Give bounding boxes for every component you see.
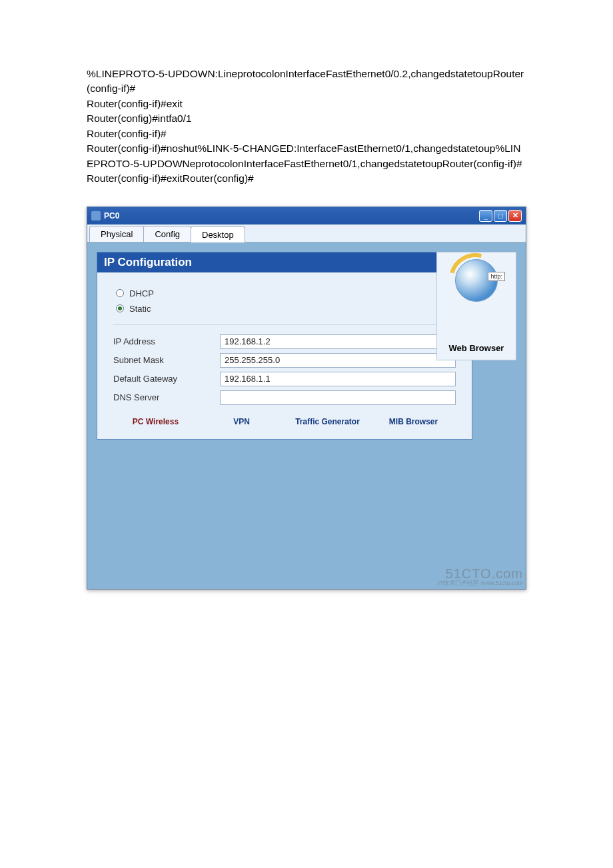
tab-physical[interactable]: Physical (89, 226, 144, 242)
mask-input[interactable] (220, 353, 456, 368)
app-icon (91, 211, 101, 220)
watermark-main: 51CTO.com (446, 566, 523, 581)
dhcp-radio[interactable]: DHCP (116, 288, 453, 298)
gateway-input[interactable] (220, 372, 456, 386)
cli-line: %LINEPROTO-5-UPDOWN:LineprotocolonInterf… (87, 67, 526, 97)
watermark: 51CTO.com IT技术门户社区 www.51cto.com (438, 567, 523, 586)
cli-line: Router(config-if)#exit (87, 97, 526, 111)
titlebar[interactable]: PC0 _ □ ✕ (87, 207, 526, 224)
radio-icon (116, 304, 124, 312)
web-browser-app[interactable]: http: Web Browser (436, 252, 516, 360)
mask-label: Subnet Mask (113, 355, 220, 365)
static-label: Static (129, 304, 151, 314)
cli-line: Router(config-if)#noshut%LINK-5-CHANGED:… (87, 141, 526, 186)
tabs-row: Physical Config Desktop (87, 224, 526, 242)
mib-browser-app[interactable]: MIB Browser (374, 417, 453, 428)
traffic-generator-app[interactable]: Traffic Generator (288, 417, 367, 428)
static-radio[interactable]: Static (116, 304, 453, 314)
dhcp-label: DHCP (129, 288, 154, 298)
gateway-label: Default Gateway (113, 374, 220, 384)
vpn-app[interactable]: VPN (202, 417, 281, 428)
browser-icon: http: (455, 259, 498, 302)
maximize-button[interactable]: □ (494, 210, 507, 222)
cli-line: Router(config-if)# (87, 127, 526, 141)
pc0-window: PC0 _ □ ✕ Physical Config Desktop IP Con… (87, 207, 526, 590)
ip-input[interactable] (220, 334, 456, 349)
pc-wireless-app[interactable]: PC Wireless (116, 417, 195, 428)
divider (113, 324, 456, 325)
close-button[interactable]: ✕ (508, 210, 522, 222)
web-browser-label: Web Browser (441, 343, 512, 353)
radio-icon (116, 289, 124, 297)
minimize-button[interactable]: _ (479, 210, 492, 222)
http-tag: http: (488, 272, 505, 281)
panel-title: IP Configuration (104, 256, 192, 269)
cli-line: Router(config)#intfa0/1 (87, 111, 526, 126)
dns-input[interactable] (220, 390, 456, 405)
tab-config[interactable]: Config (143, 226, 191, 242)
tab-desktop[interactable]: Desktop (191, 226, 245, 242)
ip-config-panel: IP Configuration X DHCP Static IP Addres… (97, 252, 472, 440)
dns-label: DNS Server (113, 392, 220, 402)
cli-output: %LINEPROTO-5-UPDOWN:LineprotocolonInterf… (87, 67, 526, 187)
watermark-sub: IT技术门户社区 www.51cto.com (438, 580, 523, 586)
desktop-area: IP Configuration X DHCP Static IP Addres… (87, 242, 526, 589)
desktop-apps-row: PC Wireless VPN Traffic Generator MIB Br… (113, 417, 456, 428)
ip-label: IP Address (113, 336, 220, 346)
window-title: PC0 (104, 211, 119, 220)
